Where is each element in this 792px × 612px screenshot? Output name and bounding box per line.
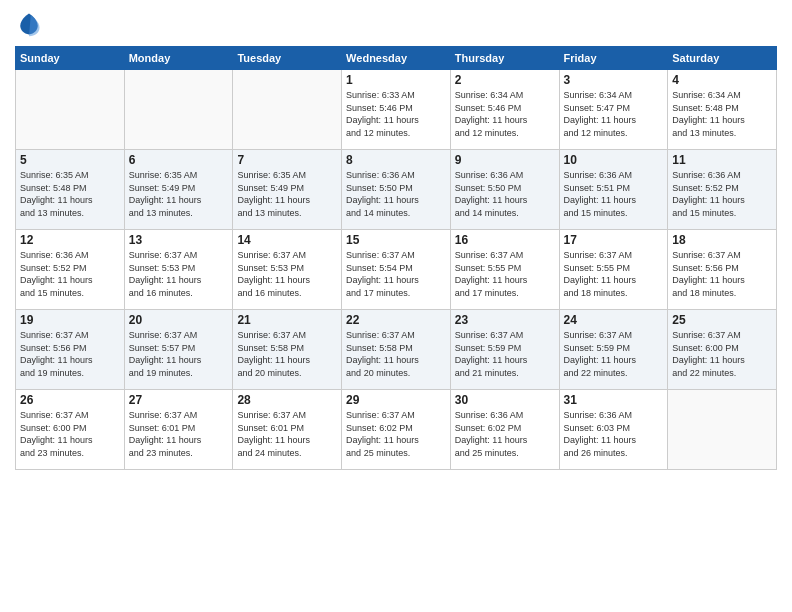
day-number: 23 xyxy=(455,313,555,327)
day-number: 22 xyxy=(346,313,446,327)
day-number: 3 xyxy=(564,73,664,87)
calendar-cell: 26Sunrise: 6:37 AMSunset: 6:00 PMDayligh… xyxy=(16,390,125,470)
day-info: Sunrise: 6:34 AMSunset: 5:48 PMDaylight:… xyxy=(672,89,772,139)
day-info: Sunrise: 6:37 AMSunset: 5:58 PMDaylight:… xyxy=(346,329,446,379)
weekday-header-sunday: Sunday xyxy=(16,47,125,70)
day-number: 31 xyxy=(564,393,664,407)
day-info: Sunrise: 6:35 AMSunset: 5:48 PMDaylight:… xyxy=(20,169,120,219)
calendar-cell: 21Sunrise: 6:37 AMSunset: 5:58 PMDayligh… xyxy=(233,310,342,390)
day-info: Sunrise: 6:36 AMSunset: 5:51 PMDaylight:… xyxy=(564,169,664,219)
day-number: 25 xyxy=(672,313,772,327)
day-info: Sunrise: 6:37 AMSunset: 6:01 PMDaylight:… xyxy=(237,409,337,459)
day-number: 21 xyxy=(237,313,337,327)
day-info: Sunrise: 6:35 AMSunset: 5:49 PMDaylight:… xyxy=(237,169,337,219)
week-row-5: 26Sunrise: 6:37 AMSunset: 6:00 PMDayligh… xyxy=(16,390,777,470)
calendar-cell: 1Sunrise: 6:33 AMSunset: 5:46 PMDaylight… xyxy=(342,70,451,150)
day-info: Sunrise: 6:37 AMSunset: 5:57 PMDaylight:… xyxy=(129,329,229,379)
day-number: 24 xyxy=(564,313,664,327)
calendar-cell: 12Sunrise: 6:36 AMSunset: 5:52 PMDayligh… xyxy=(16,230,125,310)
calendar-cell: 24Sunrise: 6:37 AMSunset: 5:59 PMDayligh… xyxy=(559,310,668,390)
calendar-table: SundayMondayTuesdayWednesdayThursdayFrid… xyxy=(15,46,777,470)
day-number: 19 xyxy=(20,313,120,327)
week-row-1: 1Sunrise: 6:33 AMSunset: 5:46 PMDaylight… xyxy=(16,70,777,150)
calendar-cell: 22Sunrise: 6:37 AMSunset: 5:58 PMDayligh… xyxy=(342,310,451,390)
day-info: Sunrise: 6:37 AMSunset: 5:53 PMDaylight:… xyxy=(129,249,229,299)
day-number: 10 xyxy=(564,153,664,167)
calendar-cell: 3Sunrise: 6:34 AMSunset: 5:47 PMDaylight… xyxy=(559,70,668,150)
day-info: Sunrise: 6:33 AMSunset: 5:46 PMDaylight:… xyxy=(346,89,446,139)
day-info: Sunrise: 6:37 AMSunset: 6:01 PMDaylight:… xyxy=(129,409,229,459)
calendar-cell: 4Sunrise: 6:34 AMSunset: 5:48 PMDaylight… xyxy=(668,70,777,150)
day-number: 26 xyxy=(20,393,120,407)
day-number: 9 xyxy=(455,153,555,167)
day-info: Sunrise: 6:36 AMSunset: 6:02 PMDaylight:… xyxy=(455,409,555,459)
day-number: 12 xyxy=(20,233,120,247)
day-info: Sunrise: 6:36 AMSunset: 5:50 PMDaylight:… xyxy=(455,169,555,219)
day-info: Sunrise: 6:37 AMSunset: 5:59 PMDaylight:… xyxy=(564,329,664,379)
day-info: Sunrise: 6:37 AMSunset: 5:59 PMDaylight:… xyxy=(455,329,555,379)
calendar-cell: 13Sunrise: 6:37 AMSunset: 5:53 PMDayligh… xyxy=(124,230,233,310)
day-number: 1 xyxy=(346,73,446,87)
week-row-3: 12Sunrise: 6:36 AMSunset: 5:52 PMDayligh… xyxy=(16,230,777,310)
calendar-cell: 19Sunrise: 6:37 AMSunset: 5:56 PMDayligh… xyxy=(16,310,125,390)
day-number: 5 xyxy=(20,153,120,167)
calendar-cell: 23Sunrise: 6:37 AMSunset: 5:59 PMDayligh… xyxy=(450,310,559,390)
calendar-cell xyxy=(16,70,125,150)
day-info: Sunrise: 6:37 AMSunset: 5:55 PMDaylight:… xyxy=(455,249,555,299)
calendar-cell: 6Sunrise: 6:35 AMSunset: 5:49 PMDaylight… xyxy=(124,150,233,230)
calendar-cell: 25Sunrise: 6:37 AMSunset: 6:00 PMDayligh… xyxy=(668,310,777,390)
logo xyxy=(15,10,47,38)
day-number: 17 xyxy=(564,233,664,247)
day-number: 18 xyxy=(672,233,772,247)
weekday-header-tuesday: Tuesday xyxy=(233,47,342,70)
weekday-header-thursday: Thursday xyxy=(450,47,559,70)
day-info: Sunrise: 6:37 AMSunset: 5:56 PMDaylight:… xyxy=(672,249,772,299)
day-number: 6 xyxy=(129,153,229,167)
calendar-cell xyxy=(124,70,233,150)
calendar-cell: 9Sunrise: 6:36 AMSunset: 5:50 PMDaylight… xyxy=(450,150,559,230)
day-info: Sunrise: 6:37 AMSunset: 6:00 PMDaylight:… xyxy=(672,329,772,379)
calendar-cell: 31Sunrise: 6:36 AMSunset: 6:03 PMDayligh… xyxy=(559,390,668,470)
calendar-cell: 28Sunrise: 6:37 AMSunset: 6:01 PMDayligh… xyxy=(233,390,342,470)
calendar-cell: 17Sunrise: 6:37 AMSunset: 5:55 PMDayligh… xyxy=(559,230,668,310)
calendar-cell: 15Sunrise: 6:37 AMSunset: 5:54 PMDayligh… xyxy=(342,230,451,310)
weekday-header-monday: Monday xyxy=(124,47,233,70)
weekday-header-friday: Friday xyxy=(559,47,668,70)
weekday-header-row: SundayMondayTuesdayWednesdayThursdayFrid… xyxy=(16,47,777,70)
calendar-cell: 27Sunrise: 6:37 AMSunset: 6:01 PMDayligh… xyxy=(124,390,233,470)
day-info: Sunrise: 6:37 AMSunset: 5:56 PMDaylight:… xyxy=(20,329,120,379)
calendar-cell xyxy=(233,70,342,150)
weekday-header-saturday: Saturday xyxy=(668,47,777,70)
day-info: Sunrise: 6:37 AMSunset: 5:54 PMDaylight:… xyxy=(346,249,446,299)
calendar-cell: 7Sunrise: 6:35 AMSunset: 5:49 PMDaylight… xyxy=(233,150,342,230)
day-number: 27 xyxy=(129,393,229,407)
logo-icon xyxy=(15,10,43,38)
page-container: SundayMondayTuesdayWednesdayThursdayFrid… xyxy=(0,0,792,612)
day-info: Sunrise: 6:35 AMSunset: 5:49 PMDaylight:… xyxy=(129,169,229,219)
calendar-cell: 10Sunrise: 6:36 AMSunset: 5:51 PMDayligh… xyxy=(559,150,668,230)
day-number: 7 xyxy=(237,153,337,167)
day-info: Sunrise: 6:37 AMSunset: 5:55 PMDaylight:… xyxy=(564,249,664,299)
week-row-4: 19Sunrise: 6:37 AMSunset: 5:56 PMDayligh… xyxy=(16,310,777,390)
week-row-2: 5Sunrise: 6:35 AMSunset: 5:48 PMDaylight… xyxy=(16,150,777,230)
header xyxy=(15,10,777,38)
day-number: 11 xyxy=(672,153,772,167)
calendar-cell: 14Sunrise: 6:37 AMSunset: 5:53 PMDayligh… xyxy=(233,230,342,310)
calendar-cell: 11Sunrise: 6:36 AMSunset: 5:52 PMDayligh… xyxy=(668,150,777,230)
calendar-cell: 29Sunrise: 6:37 AMSunset: 6:02 PMDayligh… xyxy=(342,390,451,470)
calendar-cell xyxy=(668,390,777,470)
day-number: 2 xyxy=(455,73,555,87)
day-info: Sunrise: 6:34 AMSunset: 5:47 PMDaylight:… xyxy=(564,89,664,139)
day-number: 4 xyxy=(672,73,772,87)
day-info: Sunrise: 6:37 AMSunset: 6:00 PMDaylight:… xyxy=(20,409,120,459)
day-number: 14 xyxy=(237,233,337,247)
day-number: 28 xyxy=(237,393,337,407)
calendar-cell: 20Sunrise: 6:37 AMSunset: 5:57 PMDayligh… xyxy=(124,310,233,390)
day-number: 29 xyxy=(346,393,446,407)
day-info: Sunrise: 6:36 AMSunset: 5:50 PMDaylight:… xyxy=(346,169,446,219)
calendar-cell: 5Sunrise: 6:35 AMSunset: 5:48 PMDaylight… xyxy=(16,150,125,230)
day-info: Sunrise: 6:36 AMSunset: 6:03 PMDaylight:… xyxy=(564,409,664,459)
day-number: 15 xyxy=(346,233,446,247)
calendar-cell: 8Sunrise: 6:36 AMSunset: 5:50 PMDaylight… xyxy=(342,150,451,230)
day-info: Sunrise: 6:36 AMSunset: 5:52 PMDaylight:… xyxy=(672,169,772,219)
